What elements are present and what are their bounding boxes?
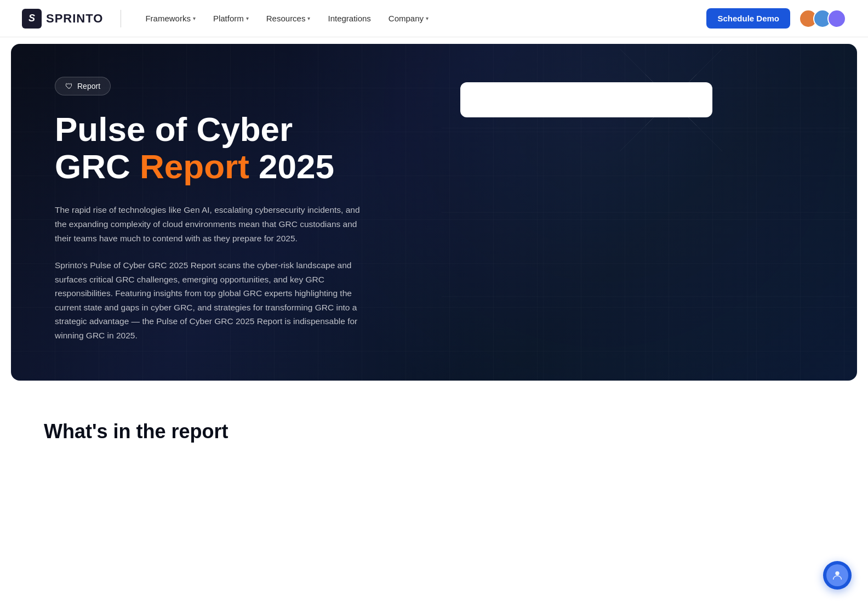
chat-button[interactable] (823, 561, 852, 590)
title-year: 2025 (249, 148, 334, 185)
shield-icon: 🛡 (65, 82, 73, 90)
nav-item-frameworks[interactable]: Frameworks ▾ (139, 9, 202, 27)
logo[interactable]: S SPRINTO (22, 9, 103, 29)
svg-point-10 (835, 571, 839, 575)
hero-section: 🛡 Report Pulse of Cyber GRC Report 2025 … (11, 44, 857, 381)
navbar: S SPRINTO Frameworks ▾ Platform ▾ Resour… (0, 0, 868, 37)
avatar-group (799, 9, 846, 28)
nav-links: Frameworks ▾ Platform ▾ Resources ▾ Inte… (139, 9, 435, 27)
section-title: What's in the report (44, 420, 824, 443)
avatar (827, 9, 846, 28)
hero-left: 🛡 Report Pulse of Cyber GRC Report 2025 … (55, 77, 427, 342)
nav-divider (121, 10, 121, 27)
chevron-down-icon: ▾ (246, 15, 249, 21)
nav-item-company[interactable]: Company ▾ (382, 9, 435, 27)
form-card (460, 82, 712, 117)
chat-icon (831, 569, 843, 581)
hero-title-line1: Pulse of Cyber (55, 110, 293, 148)
logo-icon: S (22, 9, 42, 29)
title-report-orange: Report (140, 148, 249, 185)
hero-content: 🛡 Report Pulse of Cyber GRC Report 2025 … (55, 77, 813, 342)
chevron-down-icon: ▾ (193, 15, 196, 21)
hero-right (460, 77, 712, 117)
navbar-left: S SPRINTO Frameworks ▾ Platform ▾ Resour… (22, 9, 435, 29)
below-hero-section: What's in the report (0, 387, 868, 487)
hero-description-2: Sprinto's Pulse of Cyber GRC 2025 Report… (55, 258, 362, 342)
nav-item-resources[interactable]: Resources ▾ (260, 9, 317, 27)
chat-avatar (826, 564, 848, 586)
chevron-down-icon: ▾ (426, 15, 429, 21)
nav-item-platform[interactable]: Platform ▾ (207, 9, 255, 27)
nav-item-integrations[interactable]: Integrations (321, 9, 377, 27)
badge-label: Report (77, 82, 100, 90)
logo-name: SPRINTO (46, 12, 103, 26)
hero-description-1: The rapid rise of technologies like Gen … (55, 203, 362, 245)
chevron-down-icon: ▾ (307, 15, 310, 21)
navbar-right: Schedule Demo (706, 8, 846, 29)
hero-title: Pulse of Cyber GRC Report 2025 (55, 111, 427, 185)
title-grc: GRC (55, 148, 140, 185)
report-badge: 🛡 Report (55, 77, 111, 95)
hero-title-line2: GRC Report 2025 (55, 148, 334, 185)
schedule-demo-button[interactable]: Schedule Demo (706, 8, 790, 29)
